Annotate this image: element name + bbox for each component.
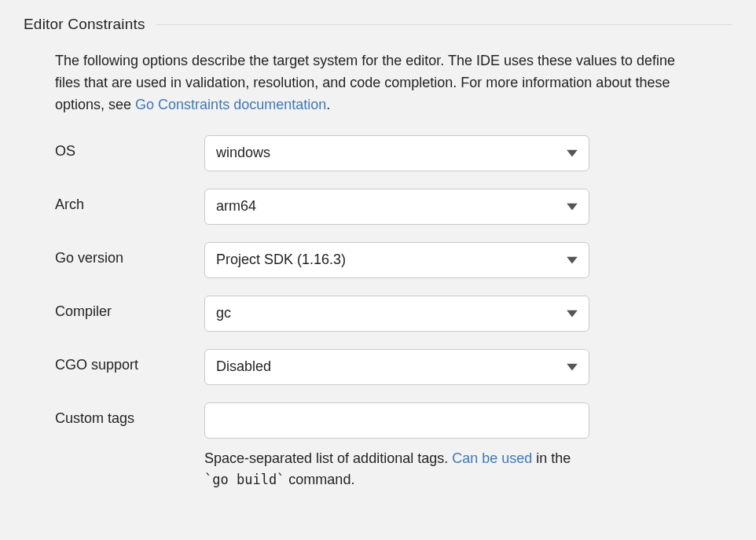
settings-form: OS windows Arch arm64	[55, 135, 701, 490]
label-os: OS	[55, 135, 204, 160]
svg-marker-3	[567, 310, 578, 317]
row-compiler: Compiler gc	[55, 296, 701, 332]
chevron-down-icon	[567, 363, 578, 370]
arch-select[interactable]: arm64	[204, 189, 589, 225]
arch-select-value: arm64	[216, 198, 256, 215]
description-text-post: .	[326, 97, 330, 112]
label-go-version: Go version	[55, 242, 204, 266]
hint-text-tail: command.	[284, 472, 354, 487]
cgo-support-select[interactable]: Disabled	[204, 349, 589, 385]
row-os: OS windows	[55, 135, 701, 171]
section-description: The following options describe the targe…	[55, 50, 701, 116]
chevron-down-icon	[567, 256, 578, 263]
hint-text-post: in the	[532, 450, 571, 466]
row-go-version: Go version Project SDK (1.16.3)	[55, 242, 701, 278]
chevron-down-icon	[567, 149, 578, 156]
chevron-down-icon	[567, 310, 578, 317]
row-arch: Arch arm64	[55, 189, 701, 225]
go-version-select-value: Project SDK (1.16.3)	[216, 252, 346, 268]
row-custom-tags: Custom tags Space-separated list of addi…	[55, 402, 701, 490]
custom-tags-input[interactable]	[204, 402, 589, 439]
label-custom-tags: Custom tags	[55, 402, 204, 427]
compiler-select-value: gc	[216, 305, 231, 321]
can-be-used-link[interactable]: Can be used	[452, 450, 532, 466]
cgo-support-select-value: Disabled	[216, 358, 271, 375]
svg-marker-4	[567, 363, 578, 370]
section-divider	[156, 24, 732, 25]
go-constraints-doc-link[interactable]: Go Constraints documentation	[135, 97, 326, 112]
go-version-select[interactable]: Project SDK (1.16.3)	[204, 242, 589, 278]
label-compiler: Compiler	[55, 296, 204, 320]
section-header: Editor Constraints	[24, 16, 732, 33]
section-title: Editor Constraints	[24, 16, 156, 33]
hint-code: `go build`	[204, 472, 284, 487]
label-cgo-support: CGO support	[55, 349, 204, 373]
hint-text-pre: Space-separated list of additional tags.	[204, 450, 452, 466]
custom-tags-hint: Space-separated list of additional tags.…	[204, 448, 589, 490]
os-select[interactable]: windows	[204, 135, 589, 171]
label-arch: Arch	[55, 189, 204, 213]
row-cgo-support: CGO support Disabled	[55, 349, 701, 385]
os-select-value: windows	[216, 145, 270, 161]
editor-constraints-panel: Editor Constraints The following options…	[0, 0, 756, 490]
svg-marker-1	[567, 203, 578, 210]
svg-marker-2	[567, 256, 578, 263]
chevron-down-icon	[567, 203, 578, 210]
svg-marker-0	[567, 149, 578, 156]
compiler-select[interactable]: gc	[204, 296, 589, 332]
